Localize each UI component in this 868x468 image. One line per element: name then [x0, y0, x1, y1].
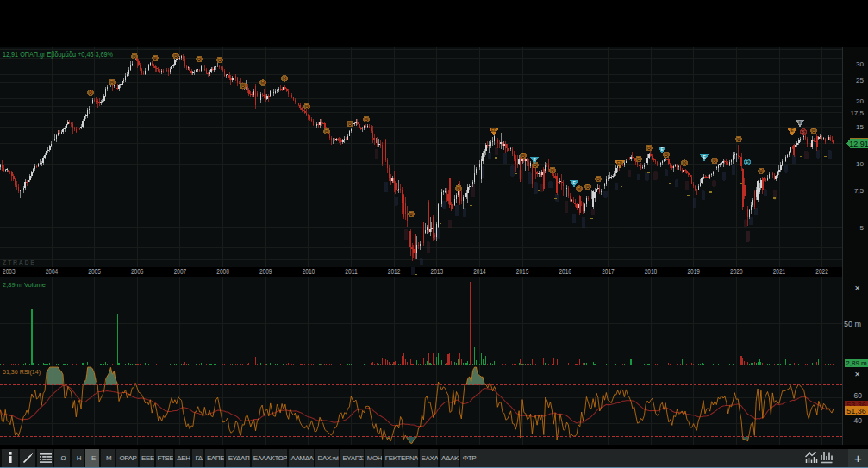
svg-text:2010: 2010 — [303, 267, 315, 276]
svg-text:10: 10 — [856, 160, 864, 168]
svg-text:30: 30 — [856, 60, 864, 68]
svg-text:20: 20 — [856, 97, 864, 105]
svg-text:2011: 2011 — [345, 267, 358, 276]
svg-text:2013: 2013 — [431, 267, 444, 276]
svg-text:2006: 2006 — [131, 267, 144, 276]
svg-text:E: E — [798, 121, 801, 125]
svg-text:2019: 2019 — [687, 267, 700, 276]
svg-text:2020: 2020 — [730, 267, 743, 276]
svg-text:2016: 2016 — [559, 267, 571, 276]
svg-text:ED: ED — [617, 161, 623, 165]
svg-text:7,5: 7,5 — [854, 187, 865, 195]
svg-text:2012: 2012 — [388, 267, 401, 276]
svg-text:2008: 2008 — [216, 267, 229, 276]
svg-text:2,89 m: 2,89 m — [846, 359, 867, 367]
svg-text:40: 40 — [854, 416, 863, 425]
svg-text:2,89 m Volume: 2,89 m Volume — [3, 281, 47, 289]
svg-text:5: 5 — [860, 224, 865, 232]
svg-text:50 m: 50 m — [844, 320, 861, 328]
svg-text:51,36: 51,36 — [846, 407, 866, 415]
svg-text:E: E — [746, 160, 748, 165]
svg-text:60: 60 — [854, 391, 863, 400]
svg-text:2009: 2009 — [259, 267, 272, 276]
svg-text:12,91 ΟΠΑΠ.gr Εβδομάδα +0,46 3: 12,91 ΟΠΑΠ.gr Εβδομάδα +0,46 3,69% — [3, 50, 113, 59]
svg-text:✕: ✕ — [854, 284, 860, 292]
svg-text:2017: 2017 — [602, 267, 615, 276]
svg-text:25: 25 — [856, 77, 864, 84]
svg-text:15: 15 — [856, 123, 864, 131]
svg-text:51,36 RSI(14): 51,36 RSI(14) — [3, 368, 41, 376]
svg-text:12,91: 12,91 — [849, 140, 868, 148]
svg-text:2004: 2004 — [46, 267, 59, 276]
svg-text:S: S — [802, 130, 804, 134]
svg-text:2005: 2005 — [88, 267, 101, 276]
svg-text:2021: 2021 — [773, 267, 786, 276]
svg-text:2022: 2022 — [815, 267, 828, 276]
svg-text:ED: ED — [491, 128, 497, 133]
svg-text:ZTRADE: ZTRADE — [3, 259, 36, 265]
svg-text:2015: 2015 — [516, 267, 529, 276]
svg-text:17,5: 17,5 — [850, 109, 864, 117]
svg-text:2018: 2018 — [645, 267, 658, 276]
svg-text:2007: 2007 — [174, 267, 187, 276]
svg-text:2014: 2014 — [473, 267, 486, 276]
svg-text:2003: 2003 — [3, 267, 16, 276]
svg-text:✕: ✕ — [854, 371, 860, 378]
